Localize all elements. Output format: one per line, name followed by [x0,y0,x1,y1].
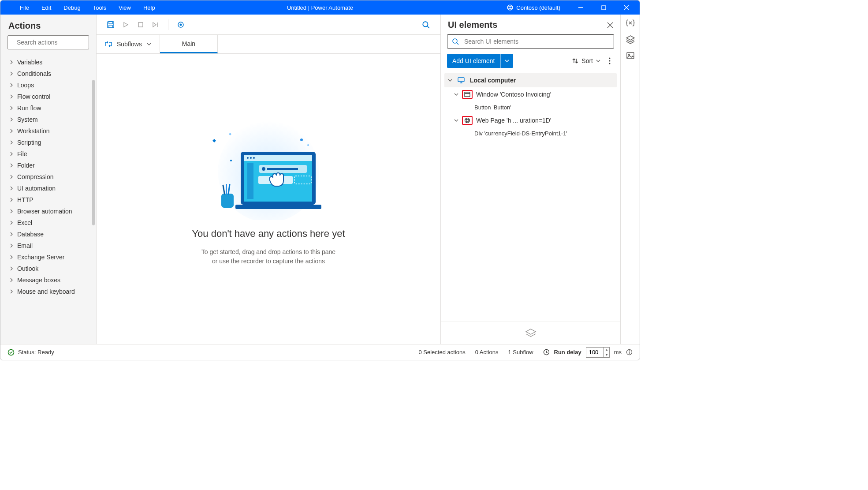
action-group-workstation[interactable]: Workstation [0,125,96,137]
minimize-button[interactable] [571,0,590,15]
action-group-conditionals[interactable]: Conditionals [0,68,96,79]
svg-rect-47 [458,78,464,82]
action-group-loops[interactable]: Loops [0,79,96,91]
clock-icon [543,349,550,355]
svg-rect-25 [226,184,227,195]
chevron-right-icon [9,266,14,271]
action-group-http[interactable]: HTTP [0,194,96,206]
action-group-file[interactable]: File [0,148,96,160]
run-delay-stepper[interactable]: ▲▼ [604,347,610,358]
action-group-mouse-and-keyboard[interactable]: Mouse and keyboard [0,286,96,297]
sort-button[interactable]: Sort [572,57,601,64]
svg-point-21 [300,138,303,141]
menu-bar: File Edit Debug Tools View Help [14,4,161,11]
svg-point-45 [609,60,611,62]
svg-rect-12 [138,22,143,27]
chevron-down-icon [596,58,601,64]
maximize-button[interactable] [594,0,613,15]
action-group-scripting[interactable]: Scripting [0,137,96,148]
actions-search-input[interactable] [16,38,95,46]
empty-hint: To get started, drag and drop actions to… [201,247,335,266]
subflows-dropdown[interactable]: Subflows [97,35,160,53]
close-panel-button[interactable] [607,22,613,28]
svg-rect-10 [109,25,112,28]
chevron-right-icon [9,117,14,122]
tree-root[interactable]: Local computer [444,73,617,87]
environment-icon: Contoso (default) [507,4,567,11]
svg-point-20 [230,160,232,161]
search-icon [452,38,459,45]
action-group-email[interactable]: Email [0,240,96,251]
action-group-excel[interactable]: Excel [0,217,96,228]
globe-icon [462,116,473,125]
action-group-message-boxes[interactable]: Message boxes [0,274,96,286]
window-icon [462,90,473,99]
more-button[interactable] [605,57,614,64]
tree-item-webpage[interactable]: Web Page 'h ... uration=1D' [444,113,617,127]
action-group-exchange-server[interactable]: Exchange Server [0,251,96,263]
subflow-icon [104,41,112,48]
run-button[interactable] [119,18,133,32]
ui-elements-search-input[interactable] [463,37,609,45]
action-group-browser-automation[interactable]: Browser automation [0,206,96,217]
action-group-flow-control[interactable]: Flow control [0,91,96,102]
svg-line-43 [457,43,458,45]
action-group-database[interactable]: Database [0,228,96,240]
center-area: Subflows Main [97,15,440,344]
svg-marker-13 [153,22,156,27]
designer-search-button[interactable] [422,21,437,29]
action-group-outlook[interactable]: Outlook [0,263,96,274]
action-group-folder[interactable]: Folder [0,160,96,171]
save-button[interactable] [104,18,118,32]
run-delay-group: Run delay ▲▼ ms [543,347,633,358]
chevron-down-icon [454,118,458,123]
menu-file[interactable]: File [14,4,35,11]
action-group-ui-automation[interactable]: UI automation [0,183,96,194]
menu-edit[interactable]: Edit [35,4,57,11]
run-delay-unit: ms [614,349,622,355]
designer-canvas[interactable]: You don't have any actions here yet To g… [97,54,440,344]
tree-item-div[interactable]: Div 'currencyField-DS-EntryPoint1-1' [444,127,617,139]
action-group-system[interactable]: System [0,114,96,125]
svg-point-22 [307,144,309,146]
chevron-right-icon [9,140,14,145]
chevron-right-icon [9,106,14,110]
ui-elements-rail-button[interactable] [626,35,635,44]
scrollbar[interactable] [92,80,95,225]
chevron-right-icon [9,243,14,248]
svg-rect-36 [267,168,298,170]
svg-marker-56 [626,36,634,40]
stop-button[interactable] [134,18,148,32]
actions-heading: Actions [0,15,96,35]
menu-tools[interactable]: Tools [87,4,112,11]
actions-list: VariablesConditionalsLoopsFlow controlRu… [0,53,96,303]
status-bar: Status: Ready 0 Selected actions 0 Actio… [0,344,640,360]
menu-debug[interactable]: Debug [57,4,86,11]
step-button[interactable] [149,18,163,32]
info-icon[interactable] [626,349,633,355]
action-group-variables[interactable]: Variables [0,56,96,68]
ui-elements-search[interactable] [447,34,614,49]
tree-item-button[interactable]: Button 'Button' [444,101,617,113]
action-group-compression[interactable]: Compression [0,171,96,183]
menu-help[interactable]: Help [137,4,161,11]
svg-point-17 [423,22,428,26]
add-ui-element-split[interactable] [500,54,513,68]
images-rail-button[interactable] [626,52,635,60]
actions-search[interactable] [7,35,89,49]
menu-view[interactable]: View [112,4,137,11]
environment-label[interactable]: Contoso (default) [516,4,560,11]
chevron-right-icon [9,221,14,225]
close-button[interactable] [617,0,636,15]
actions-sidebar: Actions VariablesConditionalsLoopsFlow c… [0,15,97,344]
tree-item-window[interactable]: Window 'Contoso Invoicing' [444,87,617,101]
status-actions: 0 Actions [475,349,499,355]
tab-main[interactable]: Main [160,35,218,53]
variables-rail-button[interactable] [626,19,635,27]
record-button[interactable] [174,18,188,32]
action-group-run-flow[interactable]: Run flow [0,102,96,114]
chevron-right-icon [9,289,14,294]
add-ui-element-button[interactable]: Add UI element [447,54,513,68]
chevron-down-icon [146,41,152,47]
svg-marker-55 [526,329,536,334]
